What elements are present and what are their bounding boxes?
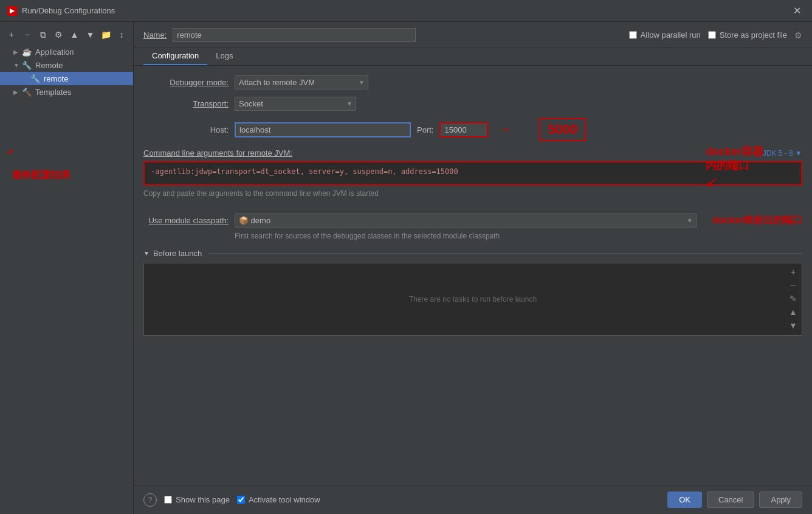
tab-logs[interactable]: Logs: [207, 47, 241, 65]
module-hint: First search for sources of the debugged…: [235, 231, 802, 241]
before-launch-toolbar: + ─ ✎ ▲ ▼: [787, 266, 799, 332]
apply-button[interactable]: Apply: [759, 491, 802, 508]
bottom-checkboxes: Show this page Activate tool window: [164, 495, 320, 504]
allow-parallel-label: Allow parallel run: [641, 30, 701, 40]
store-as-project-checkbox-row[interactable]: Store as project file: [708, 30, 787, 40]
store-as-project-checkbox[interactable]: [708, 31, 716, 39]
activate-tool-window-label: Activate tool window: [249, 495, 320, 504]
store-gear-icon[interactable]: ⚙: [794, 30, 802, 40]
cmd-args-value: -agentlib:jdwp=transport=dt_socket, serv…: [151, 167, 458, 176]
expand-arrow: ▶: [13, 49, 22, 55]
name-row: Name: Allow parallel run Store as projec…: [134, 22, 812, 47]
module-row: Use module classpath: 📦 demo ▼ docker映射出…: [143, 214, 802, 227]
main-content: + − ⧉ ⚙ ▲ ▼ 📁 ↕ ▶ ☕ Application ▼ 🔧 Remo…: [0, 22, 812, 514]
right-panel: Name: Allow parallel run Store as projec…: [134, 22, 812, 514]
activate-tool-window-checkbox[interactable]: [237, 496, 245, 504]
copy-config-button[interactable]: ⧉: [36, 28, 50, 41]
bottom-actions: OK Cancel Apply: [667, 491, 802, 508]
cancel-button[interactable]: Cancel: [707, 491, 754, 508]
transport-row: Transport: Socket Shared memory ▼: [143, 97, 802, 111]
sidebar-item-application-label: Application: [35, 47, 74, 57]
tab-configuration[interactable]: Configuration: [143, 47, 207, 65]
docker-port-value: 5000: [539, 118, 586, 141]
close-button[interactable]: ✕: [790, 4, 805, 18]
templates-icon: 🔨: [22, 87, 32, 97]
move-up-button[interactable]: ▲: [68, 28, 81, 41]
ok-button[interactable]: OK: [667, 491, 702, 508]
host-input[interactable]: [235, 122, 411, 137]
sidebar-item-application[interactable]: ▶ ☕ Application: [0, 45, 133, 58]
port-arrow-icon: →: [498, 122, 511, 137]
add-config-button[interactable]: +: [5, 28, 18, 41]
move-down-button[interactable]: ▼: [83, 28, 97, 41]
before-launch-section: ▼ Before launch There are no tasks to ru…: [143, 249, 802, 336]
top-right-options: Allow parallel run Store as project file…: [629, 30, 802, 40]
expand-arrow-remote: ▼: [13, 62, 22, 69]
sidebar-item-remote-label: Remote: [35, 61, 63, 70]
transport-select-wrap: Socket Shared memory ▼: [235, 97, 356, 111]
docker-mapped-annotation: docker映射出的端口: [712, 214, 802, 227]
port-label: Port:: [417, 125, 433, 134]
bl-down-button[interactable]: ▼: [787, 319, 799, 332]
name-label: Name:: [143, 30, 167, 40]
bl-edit-button[interactable]: ✎: [787, 293, 799, 305]
transport-select[interactable]: Socket Shared memory: [235, 97, 356, 111]
sidebar-item-templates[interactable]: ▶ 🔨 Templates: [0, 85, 133, 99]
host-port-row: Host: Port: → 5000: [143, 118, 802, 141]
before-launch-header: ▼ Before launch: [143, 249, 802, 258]
before-launch-title: Before launch: [153, 249, 202, 258]
sidebar-toolbar: + − ⧉ ⚙ ▲ ▼ 📁 ↕: [0, 27, 133, 43]
activate-tool-window-row[interactable]: Activate tool window: [237, 495, 320, 504]
bottom-bar: ? Show this page Activate tool window OK…: [134, 485, 812, 514]
show-this-page-label: Show this page: [176, 495, 230, 504]
transport-label: Transport:: [143, 99, 229, 108]
sidebar-item-remote-config-label: remote: [44, 74, 68, 83]
bl-divider: ─: [787, 279, 799, 291]
module-classpath-select[interactable]: 📦 demo: [235, 214, 697, 227]
app-icon: ▶: [7, 6, 17, 16]
sidebar: + − ⧉ ⚙ ▲ ▼ 📁 ↕ ▶ ☕ Application ▼ 🔧 Remo…: [0, 22, 134, 514]
tabs-row: Configuration Logs: [134, 47, 812, 66]
help-button[interactable]: ?: [143, 493, 157, 507]
before-launch-empty-text: There are no tasks to run before launch: [409, 295, 537, 304]
expand-arrow-templates: ▶: [13, 89, 22, 96]
cmd-args-box: -agentlib:jdwp=transport=dt_socket, serv…: [143, 161, 802, 186]
folder-button[interactable]: 📁: [99, 28, 112, 41]
title-bar: ▶ Run/Debug Configurations ✕: [0, 0, 812, 22]
show-this-page-checkbox[interactable]: [164, 496, 172, 504]
show-this-page-row[interactable]: Show this page: [164, 495, 230, 504]
bl-add-button[interactable]: +: [787, 266, 799, 278]
sidebar-item-remote-config[interactable]: 🔧 remote: [0, 72, 133, 85]
allow-parallel-checkbox[interactable]: [629, 31, 637, 39]
remove-config-button[interactable]: −: [21, 28, 34, 41]
name-input[interactable]: [173, 28, 416, 42]
settings-button[interactable]: ⚙: [52, 28, 66, 41]
application-icon: ☕: [22, 47, 32, 57]
host-label: Host:: [143, 125, 229, 134]
before-launch-area: There are no tasks to run before launch …: [143, 263, 802, 336]
debugger-mode-select-wrap: Attach to remote JVM Listen to remote JV…: [235, 75, 368, 89]
debugger-mode-label: Debugger mode:: [143, 78, 229, 87]
remote-config-icon: 🔧: [30, 74, 40, 83]
bl-up-button[interactable]: ▲: [787, 306, 799, 318]
module-select-wrap: 📦 demo ▼: [235, 214, 697, 227]
run-debug-dialog: ▶ Run/Debug Configurations ✕ + − ⧉ ⚙ ▲ ▼…: [0, 0, 812, 514]
sort-button[interactable]: ↕: [115, 28, 128, 41]
debugger-mode-row: Debugger mode: Attach to remote JVM List…: [143, 75, 802, 89]
module-classpath-label: Use module classpath:: [143, 216, 229, 225]
final-config-annotation: ↗ 最终配置结果: [6, 147, 133, 182]
port-input[interactable]: [439, 122, 488, 137]
copy-hint-row: Copy and paste the arguments to the comm…: [143, 189, 802, 205]
remote-icon: 🔧: [22, 60, 32, 70]
sidebar-item-templates-label: Templates: [35, 88, 71, 97]
before-launch-arrow: ▼: [143, 250, 150, 257]
dialog-title: Run/Debug Configurations: [22, 6, 790, 15]
cmd-args-header-row: Command line arguments for remote JVM: J…: [143, 148, 802, 158]
allow-parallel-checkbox-row[interactable]: Allow parallel run: [629, 30, 701, 40]
jdk-version-link[interactable]: JDK 5 - 8 ▼: [763, 149, 802, 158]
cmd-args-label: Command line arguments for remote JVM:: [143, 148, 292, 158]
copy-hint: Copy and paste the arguments to the comm…: [143, 189, 379, 198]
sidebar-item-remote-group[interactable]: ▼ 🔧 Remote: [0, 58, 133, 72]
store-as-project-label: Store as project file: [720, 30, 787, 40]
debugger-mode-select[interactable]: Attach to remote JVM Listen to remote JV…: [235, 75, 368, 89]
